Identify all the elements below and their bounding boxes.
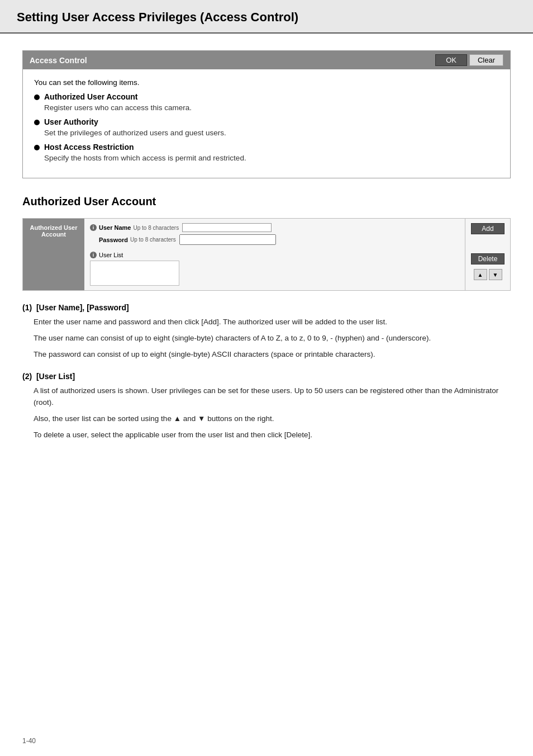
intro-text: You can set the following items. <box>34 78 499 87</box>
page-title: Setting User Access Privileges (Access C… <box>17 10 516 25</box>
access-control-header: Access Control OK Clear <box>23 51 510 69</box>
bullet-dot <box>34 120 40 125</box>
section-para: To delete a user, select the applicable … <box>34 429 511 441</box>
section-para: The user name can consist of up to eight… <box>34 333 511 344</box>
widget-inputs: i User Name Up to 8 characters Password … <box>84 219 465 290</box>
bullet-desc: Set the privileges of authorized users a… <box>44 129 499 137</box>
bullet-desc: Register users who can access this camer… <box>44 103 499 112</box>
password-hint: Up to 8 characters <box>130 237 176 243</box>
section-para: Also, the user list can be sorted using … <box>34 413 511 425</box>
password-input[interactable] <box>179 234 276 245</box>
bullet-dot <box>34 145 40 150</box>
bullet-heading: User Authority <box>34 117 499 126</box>
bullet-title: User Authority <box>44 117 98 126</box>
page-title-bar: Setting User Access Privileges (Access C… <box>0 0 533 34</box>
access-control-buttons: OK Clear <box>435 54 503 66</box>
username-label: User Name <box>99 224 131 231</box>
username-hint: Up to 8 characters <box>133 225 179 231</box>
widget-buttons-col: Add Delete ▲ ▼ <box>465 219 510 290</box>
bullet-item: Authorized User Account Register users w… <box>34 92 499 112</box>
password-label: Password <box>99 237 128 243</box>
delete-button[interactable]: Delete <box>471 253 505 264</box>
bullet-item: User Authority Set the privileges of aut… <box>34 117 499 137</box>
username-input[interactable] <box>182 223 272 232</box>
bullet-items-list: Authorized User Account Register users w… <box>34 92 499 162</box>
clear-button[interactable]: Clear <box>469 54 503 66</box>
numbered-section: (1) [User Name], [Password] Enter the us… <box>22 303 511 361</box>
arrow-buttons: ▲ ▼ <box>474 269 502 280</box>
bullet-title: Authorized User Account <box>44 92 138 101</box>
password-row: Password Up to 8 characters <box>90 234 459 245</box>
access-control-body: You can set the following items. Authori… <box>23 69 510 178</box>
bullet-item: Host Access Restriction Specify the host… <box>34 143 499 162</box>
bullet-heading: Authorized User Account <box>34 92 499 101</box>
arrow-down-button[interactable]: ▼ <box>489 269 502 280</box>
bullet-heading: Host Access Restriction <box>34 143 499 152</box>
numbered-section: (2) [User List] A list of authorized use… <box>22 372 511 441</box>
section-para: The password can consist of up to eight … <box>34 349 511 361</box>
ok-button[interactable]: OK <box>435 54 467 66</box>
authorized-user-widget: Authorized User Account i User Name Up t… <box>22 218 511 291</box>
access-control-box: Access Control OK Clear You can set the … <box>22 50 511 178</box>
user-list-label: User List <box>99 252 123 258</box>
add-button[interactable]: Add <box>471 223 505 234</box>
num-title: (1) [User Name], [Password] <box>22 303 511 312</box>
numbered-sections: (1) [User Name], [Password] Enter the us… <box>22 303 511 441</box>
username-row: i User Name Up to 8 characters <box>90 223 459 232</box>
bullet-dot <box>34 94 40 100</box>
access-control-title: Access Control <box>30 56 87 65</box>
bullet-title: Host Access Restriction <box>44 143 134 152</box>
widget-label: Authorized User Account <box>23 219 84 290</box>
section-para: A list of authorized users is shown. Use… <box>34 385 511 409</box>
user-list-area[interactable] <box>90 261 179 286</box>
num-title: (2) [User List] <box>22 372 511 381</box>
section-para: Enter the user name and password and the… <box>34 316 511 328</box>
user-list-row: i User List <box>90 252 459 258</box>
section-title-authorized-user: Authorized User Account <box>22 195 511 208</box>
bullet-desc: Specify the hosts from which access is p… <box>44 154 499 162</box>
info-icon-userlist: i <box>90 252 97 258</box>
info-icon-username: i <box>90 224 97 231</box>
page-footer: 1-40 <box>22 737 36 745</box>
arrow-up-button[interactable]: ▲ <box>474 269 487 280</box>
